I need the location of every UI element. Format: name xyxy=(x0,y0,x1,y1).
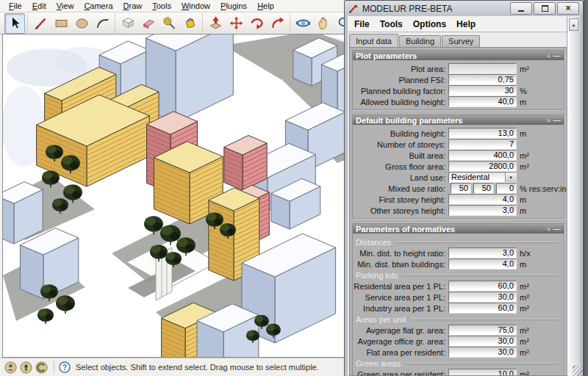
param-label: Flat area per resident: xyxy=(353,348,445,357)
paint-bucket-tool[interactable] xyxy=(179,13,200,34)
field-built-area[interactable]: 400,0 xyxy=(448,150,517,161)
subheader-rule xyxy=(410,319,559,319)
field-avgerage-office-gr-area[interactable]: 30,0 xyxy=(448,336,517,347)
group-body: Building height:13,0mNumber of storeys:7… xyxy=(353,125,564,218)
menu-view[interactable]: View xyxy=(51,1,79,10)
modelur-title: MODELUR PRE-BETA xyxy=(362,4,509,14)
menu-file[interactable]: File xyxy=(4,1,27,10)
move-tool[interactable] xyxy=(226,13,246,34)
param-row-service-area-per-1-pl: Service area per 1 PL:30,0m² xyxy=(353,292,562,303)
tab-building[interactable]: Building xyxy=(399,35,441,47)
param-label: Built area: xyxy=(353,151,445,160)
modelur-app-icon xyxy=(348,4,359,14)
status-icon-geolocation[interactable] xyxy=(20,361,32,374)
field-number-of-storeys[interactable]: 7 xyxy=(448,139,517,150)
modelur-menubar: FileToolsOptionsHelp xyxy=(348,16,567,32)
field-flat-area-per-resident[interactable]: 30,0 xyxy=(448,347,517,358)
field-plot-area[interactable] xyxy=(448,63,517,74)
field-service-area-per-1-pl[interactable]: 30,0 xyxy=(448,292,517,303)
status-icon-attribution[interactable] xyxy=(4,361,17,374)
field-gross-floor-area[interactable]: 2800,0 xyxy=(448,161,517,172)
tab-survey[interactable]: Survey xyxy=(442,35,480,47)
field-min-dist-to-height-ratio[interactable]: 3,0 xyxy=(448,247,517,258)
tape-measure-tool[interactable] xyxy=(159,13,179,34)
menu-help[interactable]: Help xyxy=(252,1,279,10)
follow-me-tool[interactable] xyxy=(267,13,287,34)
push-pull-tool[interactable] xyxy=(205,13,226,34)
field-mixed-use-ratio-1[interactable]: 50 xyxy=(473,183,494,194)
group-parameters-of-normatives: Parameters of normatives▲—DistancesMin. … xyxy=(352,223,564,376)
collapse-chevron-icon[interactable]: ▲ xyxy=(545,225,553,234)
field-mixed-use-ratio-0[interactable]: 50 xyxy=(451,183,471,194)
subheader-parking-lots: Parking lots xyxy=(353,270,562,281)
param-row-planned-fsi: Planned FSI:0,75 xyxy=(353,74,562,85)
field-industry-area-per-1-pl[interactable]: 60,0 xyxy=(448,303,517,314)
line-tool[interactable] xyxy=(30,13,51,34)
param-row-min-dist-btwn-buildings: Min. dist. btwn buildings:4,0m xyxy=(353,258,562,270)
modelur-window: MODELUR PRE-BETA × FileToolsOptionsHelp … xyxy=(344,0,584,376)
param-unit: m² xyxy=(520,151,562,160)
field-mixed-use-ratio-2[interactable]: 0 xyxy=(496,183,517,194)
field-planned-fsi[interactable]: 0,75 xyxy=(448,74,517,85)
chevron-down-icon[interactable]: ▼ xyxy=(505,173,516,182)
collapse-chevron-icon[interactable]: ▲ xyxy=(545,51,553,60)
select-tool[interactable] xyxy=(4,13,25,34)
param-unit: m xyxy=(520,206,562,215)
field-avgerage-flat-gr-area[interactable]: 75,0 xyxy=(448,325,517,336)
field-building-height[interactable]: 13,0 xyxy=(448,128,517,139)
scroll-up-arrow-icon[interactable]: ▲ xyxy=(569,18,578,31)
minimize-section-icon[interactable]: — xyxy=(553,225,561,234)
minimize-button[interactable] xyxy=(510,2,532,15)
param-unit: % xyxy=(520,87,562,95)
panel-scrollbar[interactable]: ▲ xyxy=(567,17,580,376)
minimize-section-icon[interactable]: — xyxy=(553,51,561,60)
rotate-tool[interactable] xyxy=(246,13,267,34)
help-icon[interactable]: ? xyxy=(59,361,71,373)
select-land-use[interactable]: Residental▼ xyxy=(448,172,517,183)
param-row-planned-building-factor: Planned building factor:30% xyxy=(353,85,562,96)
modelur-menu-options[interactable]: Options xyxy=(413,19,446,29)
field-residental-area-per-1-pl[interactable]: 60,0 xyxy=(448,281,517,292)
menu-tools[interactable]: Tools xyxy=(147,1,176,10)
param-row-plot-area: Plot area:m² xyxy=(353,63,562,74)
pan-tool[interactable] xyxy=(313,13,334,34)
menu-draw[interactable]: Draw xyxy=(118,1,148,10)
modelur-titlebar[interactable]: MODELUR PRE-BETA × xyxy=(345,1,583,16)
field-planned-building-factor[interactable]: 30 xyxy=(448,85,517,96)
param-row-number-of-storeys: Number of storeys:7 xyxy=(353,139,562,150)
field-green-area-per-resident[interactable]: 10,0 xyxy=(448,369,517,376)
subheader-label: Green areas xyxy=(356,359,401,368)
param-label: Industry area per 1 PL: xyxy=(353,304,445,313)
param-unit: m² xyxy=(520,282,562,291)
field-allowed-building-height[interactable]: 40,0 xyxy=(448,96,517,107)
field-min-dist-btwn-buildings[interactable]: 4,0 xyxy=(448,258,517,270)
tab-input-data[interactable]: Input data xyxy=(349,34,398,47)
eraser-tool[interactable] xyxy=(138,13,159,34)
param-label: Land use: xyxy=(353,173,445,182)
param-label: Building height: xyxy=(353,129,445,138)
resize-grip[interactable] xyxy=(573,366,583,376)
group-default-building-parameters: Default building parameters▲—Building he… xyxy=(352,115,564,219)
field-first-storey-height[interactable]: 4,0 xyxy=(448,194,517,205)
param-unit: h/x xyxy=(520,249,562,258)
menu-plugins[interactable]: Plugins xyxy=(215,1,252,10)
rectangle-tool[interactable] xyxy=(51,13,71,34)
menu-camera[interactable]: Camera xyxy=(79,1,118,10)
group-plot-parameters: Plot parameters▲—Plot area:m²Planned FSI… xyxy=(352,50,564,110)
field-other-storeys-height[interactable]: 3,0 xyxy=(448,205,517,216)
collapse-chevron-icon[interactable]: ▲ xyxy=(545,116,553,125)
menu-window[interactable]: Window xyxy=(176,1,215,10)
modelur-menu-tools[interactable]: Tools xyxy=(380,19,403,29)
maximize-button[interactable] xyxy=(534,2,556,15)
minimize-section-icon[interactable]: — xyxy=(553,116,561,125)
modelur-menu-file[interactable]: File xyxy=(354,19,370,29)
param-row-building-height: Building height:13,0m xyxy=(353,128,562,139)
arc-tool[interactable] xyxy=(92,13,112,34)
make-component-tool[interactable] xyxy=(118,13,138,34)
orbit-tool[interactable] xyxy=(293,13,313,34)
status-icon-credits[interactable] xyxy=(35,361,48,374)
circle-tool[interactable] xyxy=(71,13,92,34)
close-button[interactable]: × xyxy=(557,2,579,15)
menu-edit[interactable]: Edit xyxy=(27,1,51,10)
modelur-menu-help[interactable]: Help xyxy=(456,19,476,29)
